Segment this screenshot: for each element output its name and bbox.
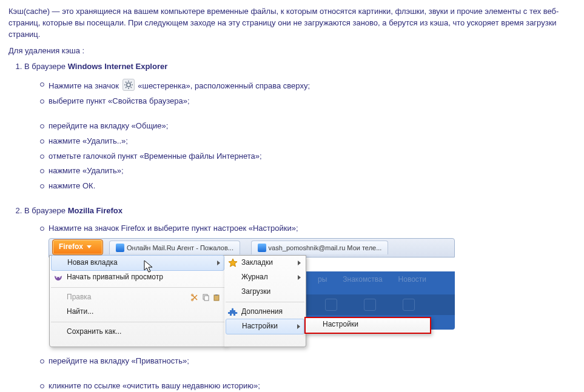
- ie-prefix: В браузере: [24, 62, 68, 71]
- svg-rect-7: [214, 295, 219, 301]
- bg-text: Знакомства: [343, 274, 382, 285]
- menu-item-label: Настройки: [323, 319, 358, 330]
- menu-item-edit: Правка: [50, 290, 226, 305]
- caret-down-icon: [87, 245, 92, 248]
- lead-paragraph: Для удаления кэша :: [8, 45, 576, 57]
- menu-item-new-tab[interactable]: Новая вкладка: [51, 255, 224, 271]
- menu-item-label: Правка: [67, 292, 92, 302]
- ff-name: Mozilla Firefox: [68, 206, 123, 215]
- svg-point-1: [56, 277, 58, 278]
- ie-step-2: выберите пункт «Свойства браузера»;: [40, 96, 576, 107]
- firefox-button-label: Firefox: [59, 242, 83, 252]
- ff-step-2: перейдите на вкладку «Приватность»;: [40, 356, 576, 367]
- menu-item-find[interactable]: Найти...: [50, 305, 226, 319]
- menu-item-label: Журнал: [241, 272, 268, 282]
- tab-favicon: [116, 244, 124, 252]
- submenu-arrow-icon: [298, 261, 301, 265]
- ff-step-3: кликните по ссылке «очистить вашу недавн…: [40, 380, 576, 392]
- paste-icon[interactable]: [212, 293, 221, 302]
- toolbar-icon: [364, 299, 376, 311]
- menu-item-label: Найти...: [67, 307, 93, 317]
- menu-item-label: Закладки: [241, 257, 273, 268]
- toolbar-icon: [325, 299, 337, 311]
- ie-step-4: нажмите «Удалить..»;: [40, 136, 576, 147]
- ie-step-7: нажмите ОК.: [40, 181, 576, 192]
- menu-separator: [51, 322, 224, 322]
- main-menu-right: Закладки Журнал Загрузки Дополнения Наст…: [224, 255, 306, 347]
- svg-rect-6: [204, 296, 209, 301]
- ie-step-1a: Нажмите на значок: [49, 81, 119, 90]
- ie-step-1: Нажмите на значок «шестеренка», располож…: [40, 79, 576, 92]
- svg-point-0: [126, 83, 130, 87]
- gear-icon: [123, 79, 135, 91]
- submenu-preferences: Настройки: [304, 317, 431, 334]
- browser-tab-2[interactable]: vash_pomoshnik@mail.ru Мои теле...: [251, 241, 389, 254]
- svg-point-2: [59, 277, 61, 278]
- menu-item-addons[interactable]: Дополнения: [224, 305, 306, 319]
- tab-2-label: vash_pomoshnik@mail.ru Мои теле...: [269, 244, 382, 251]
- menu-item-bookmarks[interactable]: Закладки: [224, 256, 306, 270]
- ie-step-5: отметьте галочкой пункт «Временные файлы…: [40, 151, 576, 162]
- section-ie: В браузере Windows Internet Explorer Наж…: [24, 61, 576, 192]
- ie-step-3: перейдите на вкладку «Общие»;: [40, 121, 576, 132]
- cut-icon[interactable]: [190, 293, 199, 302]
- submenu-arrow-icon: [298, 275, 301, 280]
- submenu-arrow-icon: [297, 324, 300, 329]
- menu-separator: [226, 302, 304, 302]
- tab-bar: Онлайн Mail.Ru Агент - Пожалов... vash_p…: [109, 241, 451, 254]
- menu-item-label: Начать приватный просмотр: [67, 272, 163, 282]
- submenu-arrow-icon: [217, 261, 220, 265]
- menu-item-label: Дополнения: [241, 307, 283, 317]
- tab-favicon: [258, 244, 266, 252]
- browser-tab-1[interactable]: Онлайн Mail.Ru Агент - Пожалов...: [109, 241, 240, 254]
- toolbar-icon: [403, 299, 415, 311]
- mask-icon: [53, 273, 63, 282]
- menu-item-label: Настройки: [242, 321, 278, 331]
- tab-1-label: Онлайн Mail.Ru Агент - Пожалов...: [127, 244, 233, 251]
- bg-text: Новости: [398, 274, 426, 285]
- copy-icon[interactable]: [201, 293, 210, 302]
- intro-paragraph: Кэш(cache) — это хранящиеся на вашем ком…: [8, 6, 576, 41]
- ie-step-1b: «шестеренка», расположенный справа сверх…: [138, 81, 310, 90]
- menu-item-preferences[interactable]: Настройки: [226, 319, 304, 334]
- firefox-menu-screenshot: Firefox Онлайн Mail.Ru Агент - Пожалов..…: [49, 238, 455, 348]
- menu-item-label: Сохранить как...: [67, 327, 121, 337]
- star-icon: [228, 258, 238, 268]
- main-menu-left: Новая вкладка Начать приватный просмотр …: [49, 255, 226, 347]
- menu-item-private[interactable]: Начать приватный просмотр: [50, 270, 226, 285]
- bg-text: ры: [318, 274, 327, 285]
- menu-item-history[interactable]: Журнал: [224, 270, 306, 285]
- menu-item-save-as[interactable]: Сохранить как...: [50, 325, 226, 339]
- puzzle-icon: [228, 307, 238, 317]
- menu-item-label: Новая вкладка: [67, 257, 118, 268]
- ff-prefix: В браузере: [24, 206, 68, 215]
- menu-item-label: Загрузки: [241, 287, 270, 297]
- section-ff: В браузере Mozilla Firefox Нажмите на зн…: [24, 205, 576, 392]
- ff-step-1: Нажмите на значок Firefox и выберите пун…: [40, 223, 576, 234]
- menu-separator: [51, 287, 224, 288]
- ie-step-6: нажмите «Удалить»;: [40, 165, 576, 177]
- svg-rect-8: [215, 294, 218, 296]
- firefox-button[interactable]: Firefox: [52, 239, 103, 255]
- submenu-item-preferences[interactable]: Настройки: [306, 318, 430, 331]
- menu-item-downloads[interactable]: Загрузки: [224, 285, 306, 299]
- ie-name: Windows Internet Explorer: [68, 62, 168, 71]
